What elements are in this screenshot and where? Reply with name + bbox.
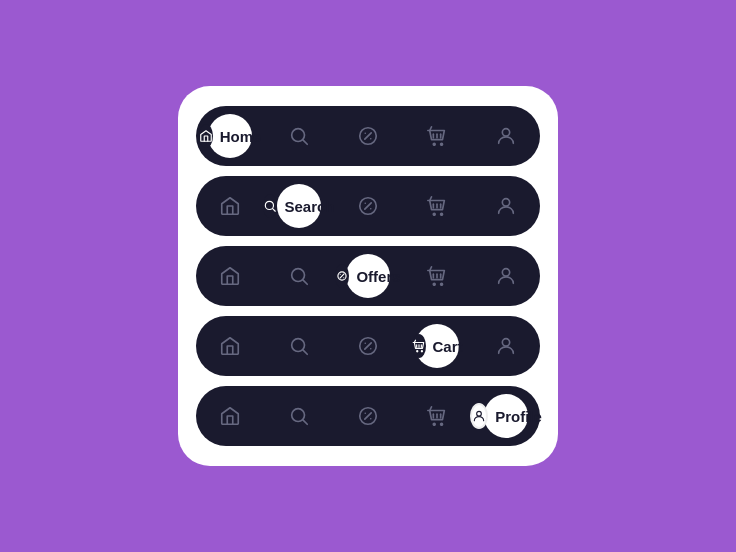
home-pill[interactable]: Home — [208, 114, 252, 158]
cart-nav-item-5[interactable] — [415, 394, 459, 438]
svg-point-6 — [502, 129, 509, 136]
search-icon-4 — [288, 335, 310, 357]
profile-pill-label: Profile — [495, 408, 542, 425]
profile-icon-1 — [495, 125, 517, 147]
cart-icon-2 — [426, 195, 448, 217]
search-icon-pill-svg — [263, 199, 277, 213]
search-nav-item-5[interactable] — [277, 394, 321, 438]
cart-nav-item-3[interactable] — [415, 254, 459, 298]
profile-icon-4 — [495, 335, 517, 357]
cart-pill-icon — [412, 334, 426, 358]
search-icon-5 — [288, 405, 310, 427]
offers-nav-item-2[interactable] — [346, 184, 390, 228]
cart-icon-3 — [426, 265, 448, 287]
cart-icon-pill-svg — [412, 339, 426, 353]
svg-line-22 — [303, 350, 307, 354]
home-icon-4 — [219, 335, 241, 357]
home-pill-label: Home — [220, 128, 262, 145]
offers-nav-item-5[interactable] — [346, 394, 390, 438]
offers-nav-item-4[interactable] — [346, 324, 390, 368]
profile-nav-item-2[interactable] — [484, 184, 528, 228]
profile-nav-item-3[interactable] — [484, 254, 528, 298]
offers-icon-2 — [357, 195, 379, 217]
offers-pill-label: Offers — [356, 268, 400, 285]
profile-icon-3 — [495, 265, 517, 287]
search-pill-icon — [263, 194, 277, 218]
profile-nav-item-1[interactable] — [484, 114, 528, 158]
offers-nav-item-1[interactable] — [346, 114, 390, 158]
nav-bar-offers: Offers — [196, 246, 540, 306]
offers-icon-pill-svg — [335, 269, 349, 283]
svg-line-8 — [273, 209, 276, 212]
home-icon-svg — [199, 129, 213, 143]
home-nav-item-3[interactable] — [208, 254, 252, 298]
profile-pill-icon — [470, 403, 488, 429]
cart-nav-item-1[interactable] — [415, 114, 459, 158]
profile-icon-pill-svg — [472, 409, 486, 423]
svg-line-15 — [303, 280, 307, 284]
svg-point-20 — [502, 269, 509, 276]
cart-pill-label: Cart — [433, 338, 463, 355]
home-icon-5 — [219, 405, 241, 427]
home-icon-3 — [219, 265, 241, 287]
svg-line-1 — [303, 140, 307, 144]
offers-icon-5 — [357, 405, 379, 427]
nav-card: Home Search — [178, 86, 558, 466]
svg-point-13 — [502, 199, 509, 206]
cart-icon-1 — [426, 125, 448, 147]
search-pill[interactable]: Search — [277, 184, 321, 228]
home-nav-item-4[interactable] — [208, 324, 252, 368]
search-nav-item-4[interactable] — [277, 324, 321, 368]
cart-pill[interactable]: Cart — [415, 324, 459, 368]
search-icon-1 — [288, 125, 310, 147]
profile-nav-item-4[interactable] — [484, 324, 528, 368]
nav-bar-cart: Cart — [196, 316, 540, 376]
svg-point-34 — [477, 411, 482, 416]
search-icon-3 — [288, 265, 310, 287]
search-nav-item-1[interactable] — [277, 114, 321, 158]
offers-icon-1 — [357, 125, 379, 147]
home-pill-icon — [199, 124, 213, 148]
home-icon-2 — [219, 195, 241, 217]
cart-nav-item-2[interactable] — [415, 184, 459, 228]
offers-pill[interactable]: Offers — [346, 254, 390, 298]
offers-pill-icon — [335, 264, 349, 288]
profile-icon-2 — [495, 195, 517, 217]
nav-bar-home: Home — [196, 106, 540, 166]
nav-bar-search: Search — [196, 176, 540, 236]
nav-bar-profile: Profile — [196, 386, 540, 446]
profile-pill[interactable]: Profile — [484, 394, 528, 438]
cart-icon-5 — [426, 405, 448, 427]
svg-line-29 — [303, 420, 307, 424]
offers-icon-4 — [357, 335, 379, 357]
search-nav-item-3[interactable] — [277, 254, 321, 298]
home-nav-item-2[interactable] — [208, 184, 252, 228]
search-pill-label: Search — [284, 198, 334, 215]
svg-point-27 — [502, 339, 509, 346]
home-nav-item-5[interactable] — [208, 394, 252, 438]
